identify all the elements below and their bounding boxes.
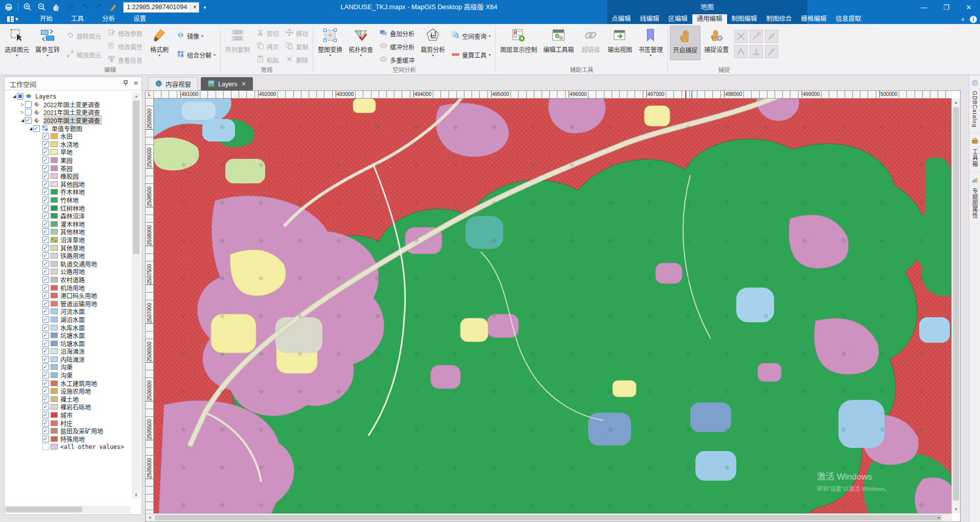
layer-checkbox[interactable] <box>42 245 49 251</box>
scroll-down-icon[interactable]: ▾ <box>132 491 141 499</box>
layer-checkbox[interactable] <box>42 412 49 418</box>
collapse-ribbon-icon[interactable]: ∧ <box>961 16 965 22</box>
layer-checkbox[interactable] <box>42 221 49 227</box>
scrollbar-thumb[interactable] <box>155 515 942 520</box>
context-tab-制图编辑[interactable]: 制图编辑 <box>727 14 762 24</box>
layer-checkbox[interactable] <box>42 308 49 315</box>
context-tab-栅格编辑[interactable]: 栅格编辑 <box>797 14 831 24</box>
tree-row-all other values[interactable]: <all other values> <box>5 443 130 451</box>
button-粘贴[interactable]: 粘贴 <box>253 54 282 66</box>
layer-checkbox[interactable] <box>42 324 49 331</box>
button-删除[interactable]: 删除 <box>283 54 311 66</box>
menu-tab-工具[interactable]: 工具 <box>62 14 93 24</box>
layer-checkbox[interactable] <box>42 292 49 299</box>
scroll-down-icon[interactable]: ▾ <box>952 506 960 513</box>
zoom-out-icon[interactable] <box>35 1 49 13</box>
layer-checkbox[interactable] <box>42 356 49 363</box>
document-tab-Layers[interactable]: Layers✕ <box>201 77 253 90</box>
layer-checkbox[interactable] <box>42 212 49 219</box>
app-logo-icon[interactable] <box>2 1 15 13</box>
context-tab-制图综合[interactable]: 制图综合 <box>762 14 797 24</box>
button-修改参数[interactable]: 修改参数 <box>105 27 145 40</box>
button-叠加分析[interactable]: 叠加分析 <box>377 27 417 40</box>
fit-extent-icon[interactable] <box>64 1 77 13</box>
button-量算工具[interactable]: 量算工具▾ <box>449 49 493 61</box>
layer-checkbox[interactable] <box>42 388 49 394</box>
snap-angle-icon[interactable] <box>734 45 748 58</box>
layer-checkbox[interactable] <box>42 173 49 179</box>
layer-checkbox[interactable] <box>42 188 49 195</box>
map-horizontal-scrollbar[interactable]: ◂ ▸ <box>146 513 952 521</box>
layer-checkbox[interactable] <box>25 109 32 115</box>
dock-tab-工具箱[interactable]: 工具箱 <box>969 133 980 173</box>
expand-icon[interactable]: ▷ <box>20 102 25 107</box>
context-tab-区编辑[interactable]: 区编辑 <box>664 14 692 24</box>
context-tab-通用编辑[interactable]: 通用编辑 <box>692 14 727 24</box>
snap-intersection-icon[interactable] <box>734 30 748 43</box>
button-拷贝[interactable]: 拷贝 <box>253 40 282 53</box>
scroll-up-icon[interactable]: ▴ <box>952 99 960 106</box>
collapse-icon[interactable]: ◢ <box>20 118 25 123</box>
layer-checkbox[interactable] <box>42 443 49 450</box>
button-缩放图元[interactable]: 缩放图元 <box>63 49 104 61</box>
button-捕捉设置[interactable]: 捕捉设置 <box>702 26 731 59</box>
button-查看信息[interactable]: i查看信息 <box>105 54 145 66</box>
zoom-in-icon[interactable] <box>21 1 34 13</box>
layer-checkbox[interactable] <box>42 260 49 267</box>
button-旋转图元[interactable]: 旋转图元 <box>63 30 104 42</box>
expand-icon[interactable]: ▷ <box>20 110 25 114</box>
pan-hand-icon[interactable] <box>50 1 63 13</box>
layer-checkbox[interactable] <box>42 276 49 283</box>
layer-checkbox[interactable] <box>42 404 49 410</box>
button-移动[interactable]: 移动 <box>283 27 311 40</box>
collapse-icon[interactable]: ◢ <box>12 94 17 99</box>
sketch-tool-icon[interactable] <box>107 1 120 13</box>
layer-checkbox[interactable] <box>42 228 49 235</box>
layer-checkbox[interactable] <box>25 117 32 124</box>
layer-checkbox[interactable] <box>42 348 49 354</box>
button-空间查询[interactable]: 空间查询▾ <box>449 30 493 42</box>
layer-checkbox[interactable] <box>42 197 49 203</box>
layer-checkbox[interactable] <box>42 364 49 370</box>
layer-checkbox[interactable] <box>42 149 49 155</box>
layer-checkbox[interactable] <box>33 125 40 132</box>
layer-checkbox[interactable] <box>42 252 49 259</box>
button-阵列复制[interactable]: 123123阵列复制 <box>223 26 252 59</box>
button-超链接[interactable]: 超链接 <box>577 26 604 59</box>
context-tab-信息提取[interactable]: 信息提取 <box>831 14 866 24</box>
snap-nearest-icon[interactable] <box>765 45 778 58</box>
button-剪切[interactable]: 剪切 <box>253 27 282 40</box>
layer-checkbox[interactable] <box>42 396 49 402</box>
button-裁剪分析[interactable]: 裁剪分析▾ <box>418 26 448 59</box>
pin-icon[interactable] <box>123 80 128 86</box>
layer-checkbox[interactable] <box>42 428 49 434</box>
scroll-left-icon[interactable]: ◂ <box>146 514 154 521</box>
layer-checkbox[interactable] <box>42 300 49 307</box>
minimize-button[interactable]: — <box>913 0 935 14</box>
layer-checkbox[interactable] <box>42 157 49 163</box>
layer-checkbox[interactable] <box>42 340 49 347</box>
button-整图变换[interactable]: 整图变换▾ <box>315 26 345 59</box>
scale-combobox[interactable]: 1:22985.2987401094▼ <box>123 2 199 13</box>
layer-checkbox[interactable] <box>42 181 49 187</box>
collapse-icon[interactable]: ◢ <box>28 126 33 131</box>
layer-checkbox[interactable] <box>42 380 49 387</box>
workspace-close-icon[interactable]: ✕ <box>133 80 138 86</box>
button-属参互转[interactable]: 属参互转▾ <box>33 26 62 59</box>
layer-checkbox[interactable] <box>42 420 49 426</box>
snap-endpoint-icon[interactable] <box>750 30 763 43</box>
maximize-button[interactable]: ❐ <box>935 0 958 14</box>
button-选择图元[interactable]: 选择图元▾ <box>2 26 32 59</box>
scale-dropdown-icon[interactable]: ▼ <box>190 3 199 12</box>
menu-tab-设置[interactable]: 设置 <box>124 14 155 24</box>
menu-tab-分析[interactable]: 分析 <box>93 14 124 24</box>
map-vertical-scrollbar[interactable]: ▴ ▾ <box>951 99 960 513</box>
layer-checkbox[interactable] <box>42 372 49 378</box>
button-输出视图[interactable]: 输出视图 <box>605 26 635 59</box>
button-编辑工具箱[interactable]: 编辑工具箱 <box>541 26 576 59</box>
button-格式刷[interactable]: 格式刷▾ <box>146 26 173 59</box>
help-icon[interactable]: i <box>970 16 977 23</box>
layer-checkbox[interactable] <box>42 316 49 323</box>
layer-checkbox[interactable] <box>42 436 49 442</box>
button-书签管理[interactable]: 书签管理▾ <box>636 26 665 59</box>
